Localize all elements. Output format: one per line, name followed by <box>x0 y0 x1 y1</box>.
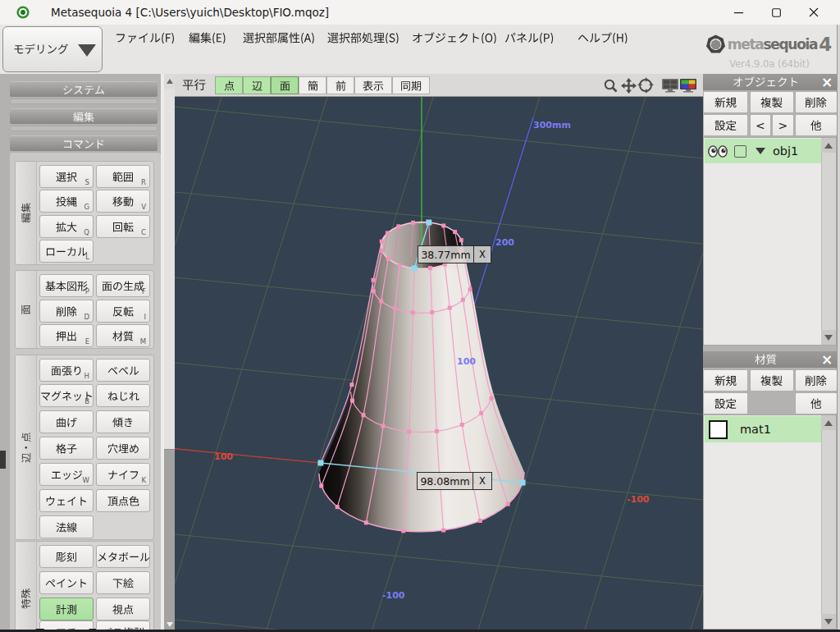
measurement-close-button[interactable]: X <box>473 472 492 490</box>
command-button-shiten[interactable] <box>96 598 150 621</box>
command-button-edge[interactable]: W <box>39 463 94 486</box>
material-list-item-mat1[interactable]: mat1 <box>705 416 822 442</box>
command-button-hanten[interactable]: I <box>96 300 150 323</box>
rotate-icon[interactable] <box>637 77 654 94</box>
command-button-nejire[interactable] <box>96 384 150 407</box>
object-list-scrollbar[interactable] <box>821 138 836 345</box>
command-button-metaball[interactable] <box>96 545 150 568</box>
toggle-edge[interactable] <box>243 76 271 94</box>
measurement-close-button[interactable]: X <box>474 245 491 263</box>
command-button-ido[interactable]: V <box>96 190 150 213</box>
material-name[interactable]: mat1 <box>740 423 771 436</box>
sidebar-section-command[interactable] <box>10 135 158 151</box>
command-button-chokoku[interactable] <box>39 545 94 568</box>
hotkey-label: I <box>144 313 146 321</box>
toggle-front[interactable] <box>326 76 354 94</box>
toggle-vertex[interactable] <box>215 76 243 94</box>
object-settings-button[interactable] <box>703 114 748 136</box>
command-button-kihon[interactable]: P <box>39 274 94 297</box>
command-button-keisoku[interactable] <box>39 598 94 621</box>
close-button[interactable] <box>795 0 833 25</box>
object-panel-header[interactable]: × <box>703 74 837 90</box>
menu-panel[interactable] <box>504 25 554 51</box>
toggle-simple[interactable] <box>299 76 326 94</box>
toggle-display[interactable] <box>354 76 392 94</box>
sidebar-section-edit[interactable] <box>10 108 158 124</box>
mode-selector[interactable] <box>2 26 103 72</box>
single-view-icon[interactable] <box>661 77 679 94</box>
command-button-sakujo[interactable]: D <box>39 300 94 323</box>
command-button-magnet[interactable]: B <box>39 384 94 407</box>
object-duplicate-button[interactable] <box>750 91 794 113</box>
scrollbar-thumb[interactable] <box>164 89 175 450</box>
command-button-shitae[interactable] <box>96 571 150 594</box>
menu-help[interactable] <box>578 25 628 51</box>
object-list-item-obj1[interactable]: obj1 <box>705 139 822 163</box>
scroll-down-arrow[interactable] <box>821 614 836 629</box>
command-button-anaume[interactable] <box>96 437 150 460</box>
menu-file[interactable] <box>115 25 175 51</box>
toggle-sync[interactable] <box>392 76 430 94</box>
material-other-button[interactable] <box>795 392 838 414</box>
command-button-tonawa[interactable]: G <box>39 190 94 213</box>
viewport-3d[interactable]: 300mm200100-100100-10098.08mm 38.77mm X … <box>175 97 703 632</box>
zoom-icon[interactable] <box>602 77 619 94</box>
visibility-eyes-icon[interactable] <box>708 145 728 158</box>
material-panel-header[interactable]: × <box>703 351 837 368</box>
quad-view-icon[interactable] <box>679 77 697 94</box>
menu-sel-attr[interactable] <box>243 25 315 51</box>
scroll-down-arrow[interactable] <box>821 330 836 345</box>
toggle-label <box>363 80 384 91</box>
material-list-scrollbar[interactable] <box>821 415 836 629</box>
command-button-katamuki[interactable] <box>96 410 150 433</box>
object-lock-checkbox[interactable] <box>734 145 746 158</box>
sidebar-section-system[interactable] <box>10 81 158 97</box>
command-button-sentaku[interactable]: S <box>39 165 94 188</box>
menu-edit[interactable] <box>189 25 226 51</box>
command-button-zaishitsu[interactable]: M <box>96 324 150 347</box>
measurement-value-input[interactable]: 98.08mm <box>417 472 473 490</box>
material-panel-close-icon[interactable]: × <box>817 351 837 368</box>
object-delete-button[interactable] <box>795 91 838 113</box>
object-other-button[interactable] <box>795 114 838 136</box>
command-button-mage[interactable] <box>39 410 94 433</box>
object-new-button[interactable] <box>703 91 748 113</box>
command-button-koshi[interactable] <box>39 437 94 460</box>
scroll-up-arrow[interactable] <box>164 74 175 89</box>
toggle-face[interactable] <box>271 76 299 94</box>
object-panel-close-icon[interactable]: × <box>817 74 837 90</box>
menu-sel-proc[interactable] <box>327 25 399 51</box>
material-settings-button[interactable] <box>703 392 748 414</box>
scroll-up-arrow[interactable] <box>821 138 836 153</box>
object-prev-button[interactable]: < <box>750 114 772 136</box>
object-expand-arrow-icon[interactable] <box>756 148 765 154</box>
command-button-oshidashi[interactable]: E <box>39 324 94 347</box>
material-swatch[interactable] <box>709 420 728 439</box>
command-button-chotenshoku[interactable] <box>96 489 150 512</box>
material-delete-button[interactable] <box>795 369 838 392</box>
command-button-hosen[interactable] <box>39 515 94 538</box>
projection-mode[interactable] <box>182 74 206 96</box>
command-button-kakudai[interactable]: Q <box>39 215 94 238</box>
material-new-button[interactable] <box>703 369 748 392</box>
command-button-menbari[interactable]: H <box>39 359 94 382</box>
material-duplicate-button[interactable] <box>750 369 794 392</box>
command-button-paint[interactable] <box>39 571 94 594</box>
pan-icon[interactable] <box>620 77 637 94</box>
menu-object[interactable] <box>412 25 497 51</box>
command-button-mensei[interactable]: F <box>96 274 150 297</box>
command-button-knife[interactable]: K <box>96 463 150 486</box>
maximize-button[interactable] <box>757 0 795 25</box>
scroll-up-arrow[interactable] <box>821 415 836 430</box>
measurement-value-input[interactable]: 38.77mm <box>418 245 474 263</box>
command-button-weight[interactable] <box>39 489 94 512</box>
command-button-local[interactable]: L <box>39 240 94 263</box>
object-name[interactable]: obj1 <box>773 144 798 158</box>
viewport-3d-scene[interactable] <box>175 97 703 632</box>
minimize-button[interactable] <box>719 0 757 25</box>
object-next-button[interactable]: > <box>772 114 794 136</box>
sidebar-scrollbar[interactable] <box>164 74 175 632</box>
command-button-hani[interactable]: R <box>96 165 150 188</box>
command-button-kaiten[interactable]: C <box>96 215 150 238</box>
command-button-bevel[interactable] <box>96 359 150 382</box>
